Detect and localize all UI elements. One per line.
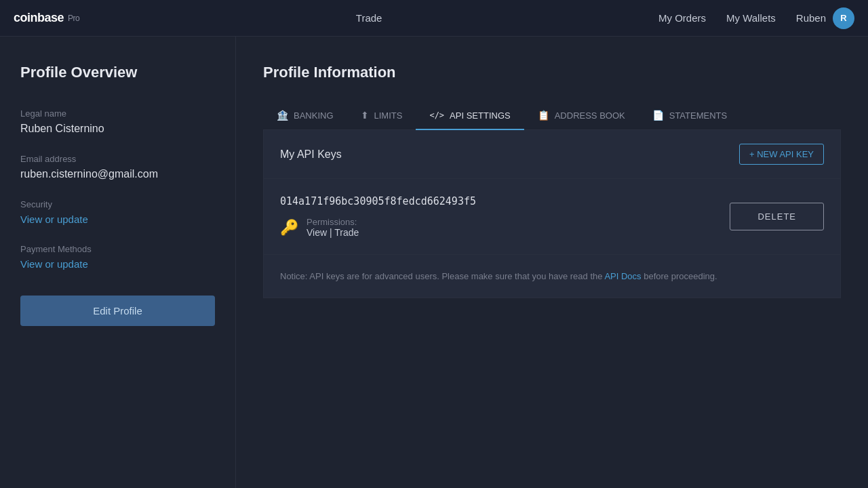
notice-text: Notice: API keys are for advanced users.… [280, 271, 604, 281]
tab-address-book[interactable]: 📋 ADDRESS BOOK [524, 102, 639, 130]
security-link[interactable]: View or update [20, 214, 215, 225]
tab-address-label: ADDRESS BOOK [555, 110, 625, 121]
user-menu[interactable]: Ruben R [796, 7, 854, 29]
banking-icon: 🏦 [277, 110, 288, 121]
api-key-hash: 014a171f96bc30905f8fedcd662493f5 [280, 195, 716, 207]
delete-api-key-button[interactable]: DELETE [730, 203, 824, 230]
permissions-label: Permissions: [307, 217, 359, 227]
payment-label: Payment Methods [20, 244, 215, 254]
tab-banking[interactable]: 🏦 BANKING [263, 102, 347, 130]
sidebar: Profile Overview Legal name Ruben Cister… [0, 37, 236, 488]
api-icon: </> [429, 110, 444, 120]
api-docs-link[interactable]: API Docs [604, 271, 641, 281]
api-panel: My API Keys + NEW API KEY 014a171f96bc30… [263, 130, 841, 298]
edit-profile-button[interactable]: Edit Profile [20, 296, 215, 326]
top-nav: coinbase Pro Trade My Orders My Wallets … [0, 0, 868, 37]
tabs-bar: 🏦 BANKING ⬆ LIMITS </> API SETTINGS 📋 AD… [263, 102, 841, 130]
nav-center: Trade [79, 12, 658, 24]
api-key-permissions: 🔑 Permissions: View | Trade [280, 217, 716, 238]
api-panel-header: My API Keys + NEW API KEY [264, 130, 840, 179]
logo: coinbase Pro [14, 11, 79, 25]
tab-api-settings[interactable]: </> API SETTINGS [416, 102, 524, 130]
api-section-title: My API Keys [280, 148, 342, 161]
new-api-key-button[interactable]: + NEW API KEY [739, 144, 824, 165]
api-key-row: 014a171f96bc30905f8fedcd662493f5 🔑 Permi… [264, 179, 840, 255]
tab-banking-label: BANKING [294, 110, 334, 121]
limits-icon: ⬆ [361, 110, 369, 121]
payment-link[interactable]: View or update [20, 258, 215, 270]
content-area: Profile Information 🏦 BANKING ⬆ LIMITS <… [236, 37, 868, 488]
tab-statements[interactable]: 📄 STATEMENTS [639, 102, 741, 130]
api-key-info: 014a171f96bc30905f8fedcd662493f5 🔑 Permi… [280, 195, 716, 238]
page-title: Profile Information [263, 64, 841, 81]
tab-limits-label: LIMITS [374, 110, 403, 121]
email-label: Email address [20, 154, 215, 164]
trade-link[interactable]: Trade [356, 12, 382, 24]
security-label: Security [20, 199, 215, 209]
permissions-block: Permissions: View | Trade [307, 217, 359, 238]
email-value: ruben.cisternino@gmail.com [20, 168, 215, 180]
permissions-value: View | Trade [307, 227, 359, 238]
legal-name-value: Ruben Cisternino [20, 123, 215, 135]
statements-icon: 📄 [652, 110, 664, 121]
logo-text: coinbase [14, 11, 64, 25]
notice-suffix: before proceeding. [642, 271, 717, 281]
username: Ruben [796, 12, 826, 24]
tab-api-label: API SETTINGS [450, 110, 511, 121]
avatar: R [833, 7, 854, 29]
main-layout: Profile Overview Legal name Ruben Cister… [0, 37, 868, 488]
address-icon: 📋 [538, 110, 549, 121]
sidebar-title: Profile Overview [20, 64, 215, 81]
key-icon: 🔑 [280, 219, 298, 237]
tab-statements-label: STATEMENTS [669, 110, 727, 121]
my-orders-link[interactable]: My Orders [658, 12, 706, 24]
api-notice: Notice: API keys are for advanced users.… [264, 255, 840, 298]
tab-limits[interactable]: ⬆ LIMITS [347, 102, 416, 130]
nav-right: My Orders My Wallets Ruben R [658, 7, 854, 29]
pro-badge: Pro [68, 14, 79, 23]
legal-name-label: Legal name [20, 108, 215, 119]
my-wallets-link[interactable]: My Wallets [726, 12, 776, 24]
